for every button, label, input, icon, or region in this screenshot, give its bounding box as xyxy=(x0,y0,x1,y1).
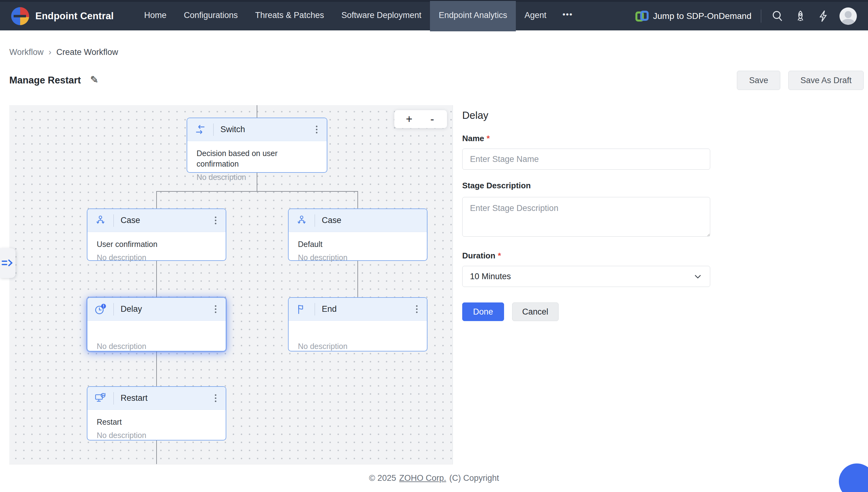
node-case-user-confirmation[interactable]: Case User confirmation No description xyxy=(87,208,226,261)
nav-more-button[interactable]: ••• xyxy=(555,1,580,31)
nav-item-configurations[interactable]: Configurations xyxy=(175,1,246,31)
jump-to-sdp-link[interactable]: Jump to SDP-OnDemand xyxy=(635,9,752,23)
node-header-divider xyxy=(315,214,315,227)
node-case-header: Case xyxy=(289,209,427,232)
expand-palette-tab[interactable] xyxy=(0,248,16,278)
save-as-draft-button[interactable]: Save As Draft xyxy=(788,71,864,90)
restart-monitor-icon xyxy=(94,392,107,404)
node-name xyxy=(97,327,216,338)
node-end[interactable]: End No description xyxy=(288,297,427,351)
node-delay-body: No description xyxy=(87,321,226,354)
save-button[interactable]: Save xyxy=(737,71,780,90)
stage-name-input[interactable] xyxy=(462,149,710,170)
zoom-in-button[interactable]: + xyxy=(401,114,418,125)
node-menu-kebab-icon[interactable] xyxy=(414,303,420,316)
stage-properties-panel: Delay Name* Stage Description Duration* … xyxy=(453,105,868,464)
switch-icon xyxy=(194,123,207,136)
connector-restart-down xyxy=(156,441,157,464)
node-header-divider xyxy=(113,214,114,227)
node-name: Restart xyxy=(97,417,216,427)
node-case-body: User confirmation No description xyxy=(87,232,226,266)
node-title: End xyxy=(322,304,337,314)
node-header-divider xyxy=(113,303,114,316)
node-switch-body: Decision based on user confirmation No d… xyxy=(187,141,327,186)
node-description: No description xyxy=(298,341,418,351)
node-description: No description xyxy=(196,172,317,182)
nav-item-threats-patches[interactable]: Threats & Patches xyxy=(246,1,333,31)
duration-select[interactable]: 10 Minutes xyxy=(462,266,710,287)
node-description: No description xyxy=(97,252,216,263)
node-delay[interactable]: ! Delay No description xyxy=(87,297,226,351)
quick-actions-bolt-icon[interactable] xyxy=(817,9,830,23)
node-case-default[interactable]: Case Default No description xyxy=(288,208,427,261)
nav-item-home[interactable]: Home xyxy=(135,1,175,31)
stage-description-textarea[interactable] xyxy=(462,197,710,237)
delay-clock-alert-icon: ! xyxy=(94,303,107,316)
connector-branch-right xyxy=(358,191,358,208)
workflow-editor-app: Endpoint Central Home Configurations Thr… xyxy=(0,0,868,492)
breadcrumb: Workflow › Create Workflow xyxy=(9,47,118,57)
page-title: Manage Restart xyxy=(9,75,81,86)
main-nav: Home Configurations Threats & Patches So… xyxy=(135,1,580,31)
node-name: Default xyxy=(298,239,418,249)
navbar-divider xyxy=(761,9,761,23)
required-asterisk: * xyxy=(487,134,490,143)
node-menu-kebab-icon[interactable] xyxy=(212,214,219,227)
breadcrumb-workflow[interactable]: Workflow xyxy=(9,47,44,57)
nav-item-endpoint-analytics[interactable]: Endpoint Analytics xyxy=(430,1,516,31)
canvas-zoom-control: + - xyxy=(394,110,447,128)
node-header-divider xyxy=(315,303,315,316)
case-icon xyxy=(94,214,107,227)
node-name: User confirmation xyxy=(97,239,216,249)
expand-panel-icon xyxy=(2,257,14,269)
breadcrumb-separator-icon: › xyxy=(49,47,51,57)
node-switch[interactable]: Switch Decision based on user confirmati… xyxy=(187,118,327,173)
brand[interactable]: Endpoint Central xyxy=(11,7,114,25)
nav-item-agent[interactable]: Agent xyxy=(516,1,555,31)
connector-branch-left xyxy=(156,191,157,208)
node-menu-kebab-icon[interactable] xyxy=(212,303,219,316)
user-avatar[interactable] xyxy=(840,7,857,25)
cancel-button[interactable]: Cancel xyxy=(512,302,559,321)
whats-new-rocket-icon[interactable] xyxy=(794,9,807,23)
node-description: No description xyxy=(97,341,216,351)
search-icon[interactable] xyxy=(771,9,784,23)
zoho-corp-link[interactable]: ZOHO Corp. xyxy=(399,473,446,483)
name-label: Name* xyxy=(462,134,490,143)
done-button[interactable]: Done xyxy=(462,302,504,321)
duration-selected-value: 10 Minutes xyxy=(470,272,511,281)
node-name: Decision based on user confirmation xyxy=(196,148,317,169)
svg-text:!: ! xyxy=(103,304,104,309)
workflow-canvas[interactable]: + - Switch Decision based on user confir… xyxy=(9,105,453,464)
top-navbar: Endpoint Central Home Configurations Thr… xyxy=(0,0,868,30)
panel-title: Delay xyxy=(462,109,488,121)
duration-label: Duration* xyxy=(462,251,501,261)
node-description: No description xyxy=(298,252,418,263)
node-title: Delay xyxy=(121,304,142,314)
chevron-down-icon xyxy=(693,272,703,281)
connector-case-end xyxy=(358,261,358,297)
panel-actions: Done Cancel xyxy=(462,302,559,321)
edit-title-pencil-icon[interactable]: ✎ xyxy=(90,74,99,85)
node-menu-kebab-icon[interactable] xyxy=(212,392,219,404)
node-description: No description xyxy=(97,430,216,441)
navbar-right: Jump to SDP-OnDemand xyxy=(635,7,857,25)
copyright-footer: © 2025 ZOHO Corp. (C) Copyright xyxy=(0,464,868,492)
node-end-header: End xyxy=(289,298,427,321)
node-menu-kebab-icon[interactable] xyxy=(313,123,320,136)
endpoint-central-logo-icon xyxy=(11,7,29,25)
node-restart[interactable]: Restart Restart No description xyxy=(87,386,226,441)
breadcrumb-create-workflow: Create Workflow xyxy=(56,47,118,57)
node-header-divider xyxy=(113,392,114,404)
node-case-body: Default No description xyxy=(289,232,427,266)
node-restart-header: Restart xyxy=(87,387,226,410)
zoom-out-button[interactable]: - xyxy=(424,114,441,125)
connector-case-delay xyxy=(156,261,157,297)
node-end-body: No description xyxy=(289,321,427,354)
required-asterisk: * xyxy=(498,251,501,260)
title-actions: Save Save As Draft xyxy=(737,71,864,90)
nav-item-software-deployment[interactable]: Software Deployment xyxy=(333,1,430,31)
node-title: Case xyxy=(322,216,341,225)
node-switch-header: Switch xyxy=(187,118,327,141)
node-case-header: Case xyxy=(87,209,226,232)
